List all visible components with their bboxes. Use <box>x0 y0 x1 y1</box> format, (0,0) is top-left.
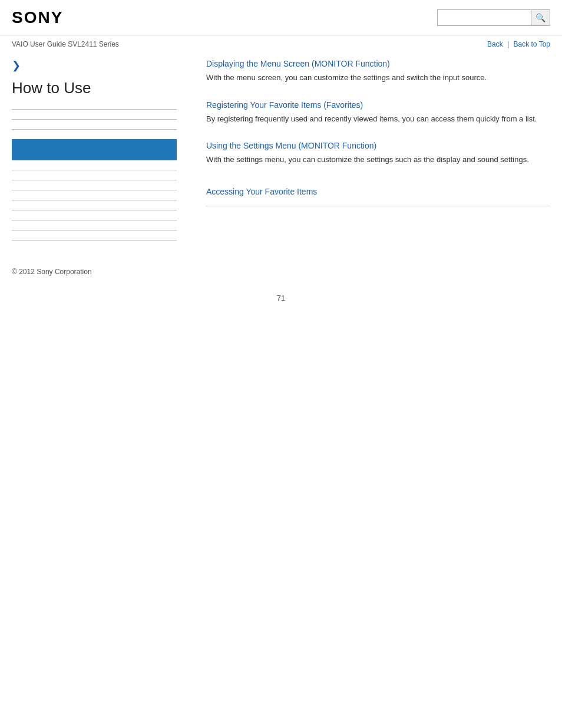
copyright-text: © 2012 Sony Corporation <box>12 268 92 276</box>
footer-copyright: © 2012 Sony Corporation <box>0 256 562 288</box>
nav-links: Back | Back to Top <box>487 40 550 48</box>
sidebar: ❯ How to Use <box>12 59 189 250</box>
section1-desc: With the menu screen, you can customize … <box>206 72 550 84</box>
nav-separator: | <box>507 40 511 48</box>
sidebar-title: How to Use <box>12 79 177 97</box>
sidebar-line-6 <box>12 220 177 220</box>
sidebar-line-3 <box>12 190 177 190</box>
search-button[interactable]: 🔍 <box>531 9 550 26</box>
section1-link[interactable]: Displaying the Menu Screen (MONITOR Func… <box>206 59 390 68</box>
content-area: Displaying the Menu Screen (MONITOR Func… <box>189 59 550 250</box>
search-icon: 🔍 <box>535 13 546 22</box>
subheader: VAIO User Guide SVL2411 Series Back | Ba… <box>0 35 562 53</box>
content-section-1: Displaying the Menu Screen (MONITOR Func… <box>206 59 550 84</box>
content-section-3: Using the Settings Menu (MONITOR Functio… <box>206 141 550 166</box>
section3-desc: With the settings menu, you can customiz… <box>206 154 550 166</box>
search-input[interactable] <box>437 9 531 26</box>
section2-link[interactable]: Registering Your Favorite Items (Favorit… <box>206 100 363 110</box>
sidebar-divider-1 <box>12 109 177 110</box>
favorite-divider <box>206 206 550 206</box>
sidebar-line-8 <box>12 240 177 241</box>
main-container: ❯ How to Use Displaying the Menu Screen … <box>0 53 562 256</box>
sidebar-line-2 <box>12 180 177 180</box>
section2-desc: By registering frequently used and recen… <box>206 113 550 125</box>
sidebar-lines <box>12 170 177 241</box>
favorite-link[interactable]: Accessing Your Favorite Items <box>206 187 317 196</box>
back-to-top-link[interactable]: Back to Top <box>514 40 550 48</box>
back-link[interactable]: Back <box>487 40 503 48</box>
sidebar-line-1 <box>12 170 177 170</box>
sidebar-line-7 <box>12 230 177 230</box>
sidebar-divider-3 <box>12 129 177 130</box>
page-header: SONY 🔍 <box>0 0 562 35</box>
sony-logo: SONY <box>12 8 63 27</box>
favorite-section: Accessing Your Favorite Items <box>206 182 550 206</box>
breadcrumb-arrow: ❯ <box>12 59 177 72</box>
sidebar-highlight <box>12 139 177 160</box>
guide-title: VAIO User Guide SVL2411 Series <box>12 40 119 48</box>
content-section-2: Registering Your Favorite Items (Favorit… <box>206 100 550 125</box>
search-box: 🔍 <box>437 9 550 26</box>
sidebar-line-4 <box>12 200 177 200</box>
section3-link[interactable]: Using the Settings Menu (MONITOR Functio… <box>206 141 376 150</box>
page-number: 71 <box>0 288 562 314</box>
sidebar-line-5 <box>12 210 177 210</box>
sidebar-divider-2 <box>12 119 177 120</box>
